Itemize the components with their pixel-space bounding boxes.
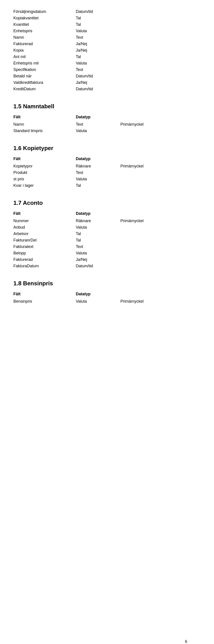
field-name: Fakturerad [13,41,76,47]
section-title: 1.8 Bensinpris [13,280,201,287]
table-row: Anbud Valuta [13,224,201,230]
section-s15: 1.5 Namntabell Fält Datatyp Namn Text Pr… [13,103,201,134]
field-extra [120,224,165,230]
section-s18: 1.8 Bensinpris Fält Datatyp Bensinpris V… [13,280,201,304]
field-type: Valuta [76,299,120,304]
field-name: Betald när [13,74,76,79]
field-name: Standard timpris [13,128,76,134]
field-name: st pris [13,176,76,182]
field-extra [120,257,165,262]
field-name: Kvar i lager [13,183,76,188]
sections-container: 1.5 Namntabell Fält Datatyp Namn Text Pr… [13,103,201,304]
field-type: Valuta [76,128,120,134]
header-type: Datatyp [76,156,120,162]
field-name: FakturanrDel [13,238,76,243]
header-extra [120,291,165,297]
field-name: FakturaDatum [13,263,76,269]
header-field: Fält [13,156,76,162]
table-row: Försäljningsdatum Datum/tid [13,9,201,14]
header-type: Datatyp [76,291,120,297]
table-row: Fakturerad Ja/Nej [13,41,201,47]
field-extra [120,244,165,250]
table-header: Fält Datatyp [13,156,201,162]
table-header: Fält Datatyp [13,114,201,120]
field-extra [120,176,165,182]
field-type: Valuta [76,28,120,34]
table-row: FakturanrDel Tal [13,238,201,243]
table-row: Fakturerad Ja/Nej [13,257,201,262]
field-type: Tal [76,54,120,60]
field-type: Text [76,35,120,40]
field-type: Tal [76,183,120,188]
section-title: 1.7 Aconto [13,200,201,206]
table-row: Namn Text Primärnyckel [13,122,201,127]
table-header: Fält Datatyp [13,291,201,297]
field-type: Räknare [76,218,120,224]
table-row: Valdkreditfaktura Ja/Nej [13,80,201,86]
field-extra [120,263,165,269]
field-type: Ja/Nej [76,257,120,262]
field-name: Specifikation [13,67,76,72]
field-type: Tal [76,15,120,21]
intro-table: Försäljningsdatum Datum/tid Kopiakvantit… [13,9,201,92]
field-extra [120,250,165,256]
field-name: Namn [13,122,76,127]
table-row: Specifikation Text [13,67,201,72]
field-type: Ja/Nej [76,48,120,53]
field-name: Nummer [13,218,76,224]
table-row: Kvar i lager Tal [13,183,201,188]
table-row: Kopiakvantitet Tal [13,15,201,21]
field-type: Valuta [76,60,120,66]
field-name: Produkt [13,170,76,176]
table-row: Betald när Datum/tid [13,74,201,79]
table-row: Namn Text [13,35,201,40]
table-row: Standard timpris Valuta [13,128,201,134]
field-name: Fakturerad [13,257,76,262]
field-name: Enhetspris [13,28,76,34]
field-type: Datum/tid [76,74,120,79]
field-name: Fakturatext [13,244,76,250]
table-row: Belopp Valuta [13,250,201,256]
field-type: Datum/tid [76,86,120,92]
section-s16: 1.6 Kopietyper Fält Datatyp Kopietypnr R… [13,145,201,188]
field-type: Valuta [76,176,120,182]
field-name: Kvantitet [13,22,76,27]
field-type: Räknare [76,164,120,169]
field-extra [120,183,165,188]
field-name: Försäljningsdatum [13,9,76,14]
field-type: Text [76,67,120,72]
field-name: Valdkreditfaktura [13,80,76,86]
table-row: Fakturatext Text [13,244,201,250]
field-extra [120,170,165,176]
table-row: Ant mil Tal [13,54,201,60]
field-type: Datum/tid [76,263,120,269]
table-row: Kvantitet Tal [13,22,201,27]
page-wrapper: Försäljningsdatum Datum/tid Kopiakvantit… [13,9,201,644]
table-row: Arbetsnr Tal [13,231,201,236]
section-title: 1.5 Namntabell [13,103,201,110]
field-type: Tal [76,231,120,236]
header-type: Datatyp [76,114,120,120]
field-name: Ant mil [13,54,76,60]
field-extra: Primärnyckel [120,122,165,127]
header-field: Fält [13,114,76,120]
field-name: Kopia [13,48,76,53]
table-row: st pris Valuta [13,176,201,182]
field-type: Datum/tid [76,9,120,14]
table-row: Enhetspris mil Valuta [13,60,201,66]
field-name: Namn [13,35,76,40]
field-type: Tal [76,238,120,243]
field-type: Text [76,122,120,127]
table-row: FakturaDatum Datum/tid [13,263,201,269]
field-extra [120,231,165,236]
field-type: Text [76,170,120,176]
table-row: Bensinpris Valuta Primärnyckel [13,299,201,304]
header-extra [120,211,165,216]
table-row: Kopietypnr Räknare Primärnyckel [13,164,201,169]
field-type: Tal [76,22,120,27]
field-name: Enhetspris mil [13,60,76,66]
field-name: Kopietypnr [13,164,76,169]
section-title: 1.6 Kopietyper [13,145,201,152]
table-row: Nummer Räknare Primärnyckel [13,218,201,224]
page-number: 6 [185,639,187,644]
